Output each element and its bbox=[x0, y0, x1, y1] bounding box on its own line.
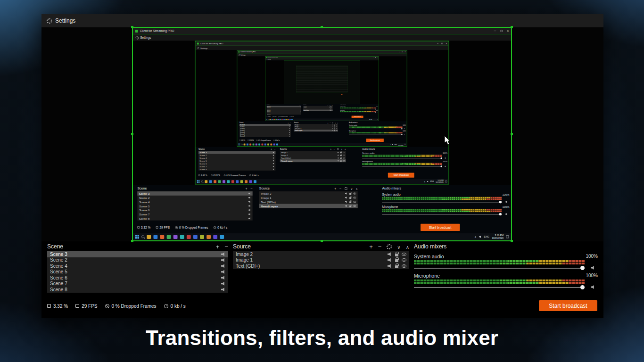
visibility-icon bbox=[343, 157, 345, 159]
tray-expand-icon bbox=[474, 235, 476, 239]
visibility-icon bbox=[343, 155, 345, 156]
clock-icon bbox=[249, 174, 251, 176]
window-controls bbox=[437, 42, 447, 45]
windows-taskbar: ENG 3:16 PM 10/19/2020 bbox=[265, 118, 379, 121]
slider-knob bbox=[375, 109, 376, 110]
maximize-icon bbox=[501, 30, 503, 32]
speaker-icon[interactable] bbox=[591, 285, 595, 289]
source-panel-title: Source bbox=[259, 186, 270, 190]
mute-icon bbox=[248, 217, 251, 220]
scene-list-item[interactable]: Scene 5 bbox=[47, 269, 228, 275]
move-down-icon bbox=[351, 187, 353, 190]
lock-icon[interactable] bbox=[395, 254, 398, 256]
scene-list-item[interactable]: Scene 3 bbox=[47, 251, 228, 257]
mute-icon[interactable] bbox=[221, 288, 225, 291]
source-list-item: Левый экран bbox=[303, 110, 333, 111]
capture-handle[interactable] bbox=[511, 26, 513, 28]
bitrate: 0 kb / s bbox=[214, 226, 227, 229]
scene-panel: Scene Scene 3 Scene 2 Scene 4 Scene 5 Sc… bbox=[239, 121, 291, 137]
remove-source-button[interactable] bbox=[378, 244, 382, 250]
slider-knob[interactable] bbox=[580, 266, 585, 270]
capture-handle[interactable] bbox=[511, 133, 513, 135]
window-title: Client for Streaming PRO bbox=[200, 42, 223, 45]
mute-icon bbox=[345, 197, 347, 199]
lock-icon[interactable] bbox=[395, 265, 398, 268]
lock-icon[interactable] bbox=[395, 259, 398, 262]
mute-icon[interactable] bbox=[221, 282, 225, 286]
dropped-frames: 0 % Dropped Frames bbox=[256, 140, 271, 141]
volume-slider bbox=[382, 213, 502, 216]
move-down-button[interactable] bbox=[397, 244, 400, 250]
add-scene-button[interactable] bbox=[216, 244, 220, 250]
capture-handle[interactable] bbox=[131, 133, 133, 135]
slider-knob bbox=[401, 128, 402, 129]
remove-scene-icon bbox=[290, 122, 291, 123]
window-controls bbox=[494, 29, 509, 33]
scene-list-item[interactable]: Scene 2 bbox=[47, 257, 228, 263]
capture-handle[interactable] bbox=[131, 26, 133, 28]
mute-icon[interactable] bbox=[388, 264, 392, 268]
lock-icon bbox=[349, 193, 351, 195]
volume-slider bbox=[349, 134, 403, 135]
source-settings-button[interactable] bbox=[387, 244, 392, 249]
capture-handle[interactable] bbox=[321, 26, 323, 28]
speaker-icon[interactable] bbox=[591, 266, 595, 270]
add-source-button[interactable] bbox=[369, 244, 373, 250]
capture-handle[interactable] bbox=[321, 240, 323, 242]
mute-icon[interactable] bbox=[388, 252, 392, 256]
scene-list-item[interactable]: Scene 6 bbox=[47, 275, 228, 281]
capture-handle[interactable] bbox=[511, 240, 513, 242]
taskbar-app-icon bbox=[276, 143, 278, 145]
taskbar-app-icon bbox=[209, 180, 212, 183]
mute-icon bbox=[272, 157, 274, 159]
mute-icon[interactable] bbox=[221, 276, 225, 280]
slider-knob bbox=[401, 134, 402, 135]
scene-list-item: Scene 8 bbox=[137, 216, 252, 221]
volume-slider[interactable] bbox=[414, 266, 585, 271]
mute-icon[interactable] bbox=[388, 258, 392, 262]
source-list-item[interactable]: Image 1 bbox=[233, 257, 409, 263]
remove-scene-button[interactable] bbox=[224, 244, 228, 250]
scene-list-item[interactable]: Scene 8 bbox=[47, 287, 228, 293]
scene-list-item[interactable]: Scene 4 bbox=[47, 263, 228, 269]
lock-icon bbox=[330, 107, 330, 107]
capture-handle[interactable] bbox=[131, 240, 133, 242]
visibility-icon[interactable] bbox=[402, 264, 406, 268]
lock-icon bbox=[340, 155, 342, 156]
mute-icon[interactable] bbox=[221, 252, 225, 256]
mute-icon bbox=[289, 132, 290, 133]
mute-icon bbox=[248, 197, 251, 199]
promo-caption: Transitions, filters, and audio mixer bbox=[0, 326, 644, 350]
mute-icon[interactable] bbox=[221, 264, 225, 268]
visibility-icon bbox=[353, 205, 356, 207]
tray-volume-icon bbox=[369, 119, 370, 120]
scene-panel-title: Scene bbox=[198, 148, 205, 150]
mute-icon bbox=[289, 126, 290, 127]
slider-knob[interactable] bbox=[580, 285, 585, 289]
scene-list-item[interactable]: Scene 7 bbox=[47, 281, 228, 287]
gear-icon bbox=[197, 47, 199, 49]
visibility-icon[interactable] bbox=[402, 253, 406, 256]
taskbar-app-icon bbox=[245, 180, 248, 183]
taskbar-app-icon bbox=[285, 119, 287, 120]
mute-icon[interactable] bbox=[221, 270, 225, 274]
mute-icon bbox=[300, 113, 301, 113]
move-up-button[interactable] bbox=[406, 244, 409, 250]
lock-icon bbox=[340, 158, 342, 159]
dropped-frames-icon bbox=[256, 140, 257, 140]
volume-slider[interactable] bbox=[414, 285, 585, 290]
source-list-item[interactable]: Text (GDI+) bbox=[233, 263, 409, 269]
source-list-item[interactable]: Image 2 bbox=[233, 251, 409, 257]
mute-icon[interactable] bbox=[221, 258, 225, 262]
taskbar-app-icon bbox=[236, 180, 239, 183]
settings-menu-label: Settings bbox=[267, 59, 271, 60]
capture-region[interactable]: Client for Streaming PRO Settings Client… bbox=[132, 27, 512, 241]
move-up-icon bbox=[337, 122, 338, 123]
settings-menubar: Settings bbox=[196, 46, 449, 50]
start-broadcast-button[interactable]: Start broadcast bbox=[539, 300, 597, 311]
visibility-icon[interactable] bbox=[402, 258, 406, 262]
settings-menubar[interactable]: Settings bbox=[41, 14, 603, 27]
mute-icon bbox=[289, 124, 290, 125]
cpu-usage: 3.32 % bbox=[267, 116, 271, 117]
scene-panel: Scene Scene 3 Scene 2 Scene 4 Scene 5 Sc… bbox=[198, 147, 275, 171]
